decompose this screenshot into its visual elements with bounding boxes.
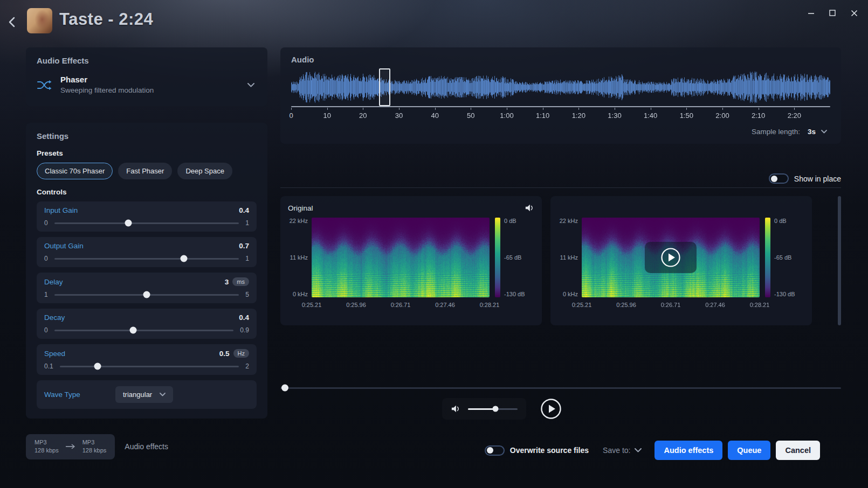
slider-track[interactable] [54,222,239,224]
spec-time-label: 0:25.96 [616,302,636,308]
colorbar [765,218,770,297]
speaker-icon[interactable] [525,204,534,212]
spec-time-label: 0:25.96 [346,302,366,308]
volume-control [442,398,526,420]
axis-tick-label: 20 [359,111,367,120]
db-axis: 0 dB-65 dB-130 dB [774,218,795,297]
axis-tick-label: 1:00 [500,111,513,120]
back-button[interactable] [4,15,19,30]
axis-tick [399,108,399,110]
target-format: MP3 128 kbps [82,438,107,455]
waveform-selection[interactable] [379,68,390,106]
audio-effects-title: Audio Effects [37,56,257,65]
sample-length-row: Sample length: 3s [291,127,830,136]
play-button[interactable] [540,398,562,420]
axis-tick [615,108,615,110]
control-slider-row: Decay0.400.9 [37,309,257,339]
show-in-place-label: Show in place [794,175,841,183]
unit-badge: Hz [233,349,249,358]
minimize-button[interactable] [802,4,819,22]
axis-tick [291,108,292,110]
db-tick-label: 0 dB [504,218,525,224]
playback-progress-bar[interactable] [280,384,841,392]
slider-label: Delay [44,278,63,286]
slider-thumb[interactable] [180,255,187,262]
preset-button[interactable]: Deep Space [177,163,232,179]
original-spectrogram-card: Original 22 kHz11 kHz0 kHz 0 dB-65 dB-13… [280,196,542,325]
preset-button[interactable]: Fast Phaser [118,163,172,179]
spectrogram-plot [312,218,490,297]
cancel-button[interactable]: Cancel [776,441,820,460]
freq-tick-label: 22 kHz [290,218,308,224]
axis-tick-label: 2:20 [788,111,801,120]
slider-thumb[interactable] [130,327,137,334]
waveform[interactable] [291,69,830,105]
wave-type-select[interactable]: triangular [115,386,173,403]
slider-max-label: 0.9 [240,326,249,334]
queue-button[interactable]: Queue [728,441,770,460]
shuffle-icon [37,79,52,91]
show-in-place-toggle[interactable] [769,173,789,184]
toggle-knob [487,447,493,454]
slider-track[interactable] [54,330,234,331]
axis-tick [435,108,436,110]
slider-value: 0.7 [239,242,249,250]
show-in-place-row: Show in place [280,173,841,184]
wave-type-label: Wave Type [44,391,115,399]
slider-label: Decay [44,313,65,322]
effect-selector[interactable]: Phaser Sweeping filtered modulation [37,75,257,95]
progress-thumb[interactable] [281,385,288,392]
preset-button[interactable]: Classic 70s Phaser [37,163,113,179]
spec-time-label: 0:25.21 [302,302,322,308]
scrollbar-vertical[interactable] [838,196,841,325]
sample-length-select[interactable]: 3s [804,127,830,136]
slider-thumb[interactable] [94,363,101,370]
slider-thumb[interactable] [143,291,150,298]
overwrite-source-toggle[interactable] [485,445,505,456]
axis-tick-label: 30 [395,111,403,120]
progress-track[interactable] [280,387,841,389]
control-slider-row: Output Gain0.701 [37,237,257,267]
arrow-right-icon [65,443,76,450]
axis-tick [327,108,328,110]
close-button[interactable] [845,4,863,22]
save-to-label: Save to: [603,446,630,455]
wave-type-row: Wave Type triangular [37,380,257,409]
db-tick-label: -65 dB [504,254,525,261]
slider-track[interactable] [54,258,239,260]
save-to-chevron-icon[interactable] [635,448,642,452]
axis-tick-label: 1:10 [536,111,549,120]
audio-effects-card: Audio Effects Phaser Sweeping filtered m… [26,47,267,106]
spec-time-label: 0:27.46 [705,302,725,308]
axis-tick [543,108,543,110]
preview-play-button[interactable] [645,242,697,273]
chevron-down-icon[interactable] [247,83,257,87]
axis-tick-label: 1:30 [608,111,621,120]
axis-tick-label: 50 [467,111,474,120]
control-slider-row: Speed0.5Hz0.12 [37,344,257,375]
frequency-axis: 22 kHz11 kHz0 kHz [288,218,312,297]
slider-max-label: 1 [245,255,249,262]
volume-thumb[interactable] [492,406,498,412]
db-tick-label: -65 dB [774,254,795,261]
volume-slider[interactable] [468,408,518,410]
freq-tick-label: 0 kHz [293,291,308,297]
slider-value: 3 [225,278,229,286]
audio-effects-button[interactable]: Audio effects [655,441,722,460]
spec-time-label: 0:28.21 [750,302,770,308]
processed-spectrogram-card: 22 kHz11 kHz0 kHz 0 dB-65 dB-130 dB 0:25… [550,196,812,325]
speaker-icon[interactable] [451,405,460,413]
chevron-down-icon [821,130,827,134]
db-tick-label: -130 dB [774,291,795,297]
maximize-button[interactable] [824,4,841,22]
axis-tick-label: 0 [289,111,293,120]
album-art [27,8,52,33]
original-spectrogram [312,218,490,297]
slider-value: 0.5 [219,350,230,358]
slider-track[interactable] [60,366,239,367]
slider-track[interactable] [54,294,239,296]
slider-thumb[interactable] [125,220,132,227]
axis-tick [363,108,363,110]
axis-tick-label: 2:10 [752,111,765,120]
original-header: Original [288,203,534,213]
